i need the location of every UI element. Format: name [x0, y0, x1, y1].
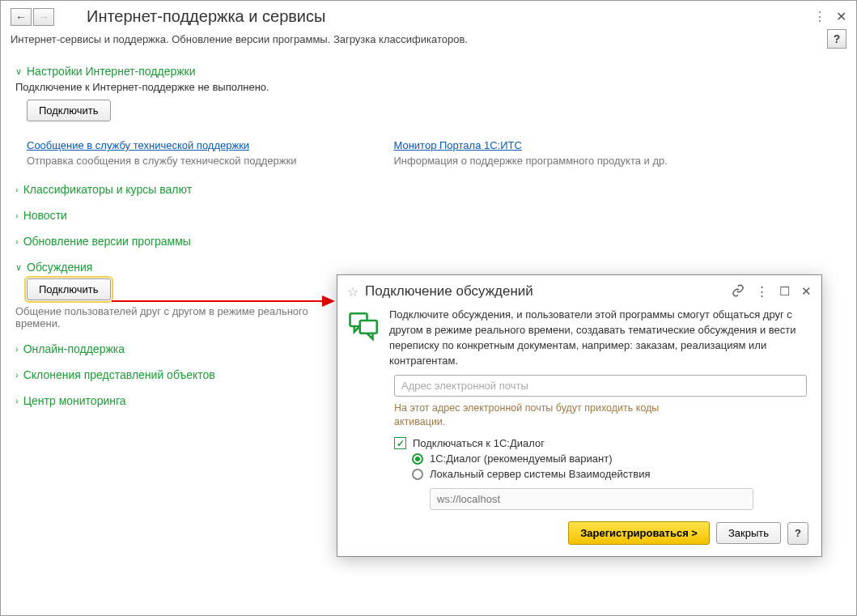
link-icon[interactable] — [732, 284, 745, 300]
chevron-right-icon: › — [15, 344, 19, 354]
radio-1c-dialog[interactable]: 1С:Диалог (рекомендуемый вариант) — [412, 452, 807, 465]
chevron-right-icon: › — [15, 396, 19, 406]
maximize-icon[interactable]: ☐ — [779, 284, 790, 299]
chevron-down-icon: ∨ — [15, 66, 22, 77]
favorite-icon[interactable]: ☆ — [347, 284, 358, 300]
help-button[interactable]: ? — [827, 29, 846, 49]
dialog-menu-icon[interactable]: ⋮ — [756, 284, 768, 299]
discussion-icon — [347, 309, 381, 368]
dialog-close-button[interactable]: Закрыть — [716, 522, 781, 544]
discussions-connect-button[interactable]: Подключить — [27, 278, 111, 300]
monitor-portal-desc: Информация о поддержке программного прод… — [393, 155, 667, 167]
dialog-body-text: Подключите обсуждения, и пользователи эт… — [389, 308, 808, 368]
menu-icon[interactable]: ⋮ — [813, 9, 825, 24]
section-update[interactable]: › Обновление версии программы — [15, 235, 842, 248]
chevron-right-icon: › — [15, 185, 19, 194]
discussions-desc: Общение пользователей друг с другом в ре… — [15, 305, 323, 329]
register-button[interactable]: Зарегистрироваться > — [568, 521, 710, 545]
chevron-right-icon: › — [15, 210, 19, 220]
radio-unselected-icon — [412, 469, 423, 480]
section-internet-support[interactable]: ∨ Настройки Интернет-поддержки — [15, 65, 842, 78]
annotation-arrow-head — [322, 295, 335, 307]
connect-1c-dialog-checkbox[interactable]: ✓ Подключаться к 1С:Диалог — [394, 437, 807, 449]
back-button[interactable]: ← — [11, 8, 32, 26]
email-hint: На этот адрес электронной почты будут пр… — [394, 401, 685, 429]
checkbox-icon: ✓ — [394, 437, 406, 449]
dialog-close-icon[interactable]: ✕ — [801, 284, 812, 299]
page-title: Интернет-поддержка и сервисы — [87, 7, 325, 26]
chevron-right-icon: › — [15, 236, 19, 246]
dialog-title: Подключение обсуждений — [365, 283, 725, 300]
chevron-right-icon: › — [15, 370, 19, 380]
section-discussions[interactable]: ∨ Обсуждения — [15, 261, 842, 274]
support-message-link[interactable]: Сообщение в службу технической поддержки — [27, 139, 296, 151]
svg-rect-1 — [360, 321, 377, 333]
section-news[interactable]: › Новости — [15, 209, 842, 222]
connect-discussions-dialog: ☆ Подключение обсуждений ⋮ ☐ ✕ Подключит… — [337, 274, 822, 557]
annotation-arrow — [112, 300, 327, 302]
local-server-input — [430, 488, 753, 510]
dialog-help-button[interactable]: ? — [787, 522, 808, 545]
connection-status: Подключение к Интернет-поддержке не выпо… — [15, 81, 842, 93]
close-icon[interactable]: ✕ — [836, 9, 846, 24]
connect-button[interactable]: Подключить — [27, 100, 111, 121]
page-subtitle: Интернет-сервисы и поддержка. Обновление… — [11, 33, 468, 45]
section-classifiers[interactable]: › Классификаторы и курсы валют — [15, 183, 842, 196]
chevron-down-icon: ∨ — [15, 262, 22, 273]
radio-local-server[interactable]: Локальный сервер системы Взаимодействия — [412, 468, 807, 480]
forward-button[interactable]: → — [33, 8, 54, 26]
email-input[interactable] — [394, 375, 807, 397]
monitor-portal-link[interactable]: Монитор Портала 1С:ИТС — [393, 139, 667, 151]
support-message-desc: Отправка сообщения в службу технической … — [27, 155, 296, 167]
radio-selected-icon — [412, 453, 423, 465]
